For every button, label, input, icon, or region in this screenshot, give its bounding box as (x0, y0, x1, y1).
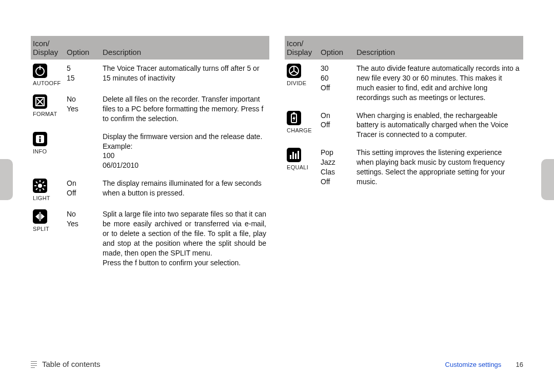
row-description: The Voice Tracer automatically turns off… (103, 64, 269, 86)
svg-line-14 (43, 188, 44, 190)
equali-icon (287, 148, 301, 162)
table-of-contents-link[interactable]: Table of contents (31, 360, 100, 368)
svg-point-6 (39, 136, 41, 138)
table-header: Icon/ Display Option Description (31, 36, 269, 60)
info-icon (33, 132, 47, 146)
svg-rect-29 (295, 153, 296, 159)
settings-column-right: Icon/ Display Option Description DIVIDE3… (285, 36, 523, 272)
svg-rect-1 (39, 66, 41, 70)
rows-right: DIVIDE30 60 OffThe auto divide feature a… (285, 60, 523, 191)
row-icon-cell: DIVIDE (285, 64, 321, 103)
table-row: CHARGEOn OffWhen charging is enabled, th… (285, 107, 523, 144)
header-option: Option (67, 48, 103, 56)
row-description: The display remains illuminated for a fe… (103, 179, 269, 201)
row-icon-label: FORMAT (33, 111, 67, 117)
row-icon-cell: AUTOOFF (31, 64, 67, 86)
table-row: DIVIDE30 60 OffThe auto divide feature a… (285, 60, 523, 107)
svg-point-8 (38, 184, 42, 188)
row-description: Delete all files on the recorder. Transf… (103, 94, 269, 124)
row-icon-label: AUTOOFF (33, 80, 67, 86)
row-icon-label: CHARGE (287, 127, 321, 133)
table-row: SPLITNo YesSplit a large file into two s… (31, 205, 269, 271)
header-icon: Icon/ Display (31, 39, 67, 56)
row-icon-cell: CHARGE (285, 111, 321, 140)
table-row: FORMATNo YesDelete all files on the reco… (31, 90, 269, 128)
row-option: On Off (321, 111, 357, 140)
svg-line-23 (290, 71, 294, 73)
row-icon-cell: INFO (31, 132, 67, 171)
row-description: When charging is enabled, the rechargeab… (357, 111, 523, 140)
row-description: The auto divide feature automatically re… (357, 64, 523, 103)
svg-rect-25 (293, 112, 295, 114)
svg-line-22 (294, 71, 298, 73)
row-icon-label: SPLIT (33, 226, 67, 232)
svg-line-16 (36, 188, 37, 190)
row-icon-cell: FORMAT (31, 94, 67, 124)
prev-page-tab[interactable] (0, 159, 13, 200)
settings-columns: Icon/ Display Option Description AUTOOFF… (31, 36, 523, 272)
section-name[interactable]: Customize settings (445, 361, 502, 368)
next-page-tab[interactable] (541, 159, 554, 200)
settings-column-left: Icon/ Display Option Description AUTOOFF… (31, 36, 269, 272)
row-icon-label: INFO (33, 148, 67, 154)
row-icon-cell: LIGHT (31, 179, 67, 201)
row-option: No Yes (67, 209, 103, 267)
svg-rect-19 (39, 212, 41, 221)
row-description: Split a large file into two separate fil… (103, 209, 269, 267)
row-option: No Yes (67, 94, 103, 124)
table-row: AUTOOFF5 15The Voice Tracer automaticall… (31, 60, 269, 90)
light-icon (33, 179, 47, 193)
table-header: Icon/ Display Option Description (285, 36, 523, 60)
row-option: Pop Jazz Clas Off (321, 148, 357, 187)
svg-marker-18 (41, 213, 45, 220)
svg-rect-27 (290, 155, 291, 159)
table-row: INFODisplay the firmware version and the… (31, 128, 269, 175)
svg-rect-7 (39, 139, 41, 142)
rows-left: AUTOOFF5 15The Voice Tracer automaticall… (31, 60, 269, 272)
page-footer: Table of contents Customize settings 16 (31, 360, 523, 368)
row-option: On Off (67, 179, 103, 201)
row-option: 5 15 (67, 64, 103, 86)
svg-line-13 (36, 182, 37, 183)
format-icon (33, 94, 47, 109)
svg-rect-28 (292, 152, 294, 159)
split-icon (33, 209, 47, 224)
svg-rect-30 (298, 151, 299, 159)
svg-marker-26 (292, 115, 295, 122)
charge-icon (287, 111, 301, 125)
row-icon-cell: SPLIT (31, 209, 67, 267)
row-description: Display the firmware version and the rel… (103, 132, 269, 171)
toc-label: Table of contents (42, 360, 100, 368)
row-description: This setting improves the listening expe… (357, 148, 523, 187)
header-option: Option (321, 48, 357, 56)
page-number: 16 (516, 361, 523, 368)
footer-right: Customize settings 16 (445, 360, 523, 368)
row-icon-label: LIGHT (33, 195, 67, 201)
header-desc: Description (103, 48, 269, 56)
toc-icon (31, 360, 38, 368)
row-icon-label: DIVIDE (287, 80, 321, 86)
svg-marker-17 (35, 213, 39, 220)
row-icon-cell: EQUALI (285, 148, 321, 187)
row-option: 30 60 Off (321, 64, 357, 103)
row-icon-label: EQUALI (287, 164, 321, 170)
header-desc: Description (357, 48, 523, 56)
svg-line-15 (43, 182, 44, 183)
autooff-icon (33, 64, 47, 78)
table-row: EQUALIPop Jazz Clas OffThis setting impr… (285, 144, 523, 191)
table-row: LIGHTOn OffThe display remains illuminat… (31, 174, 269, 205)
row-option (67, 132, 103, 171)
divide-icon (287, 64, 301, 78)
header-icon: Icon/ Display (285, 39, 321, 56)
